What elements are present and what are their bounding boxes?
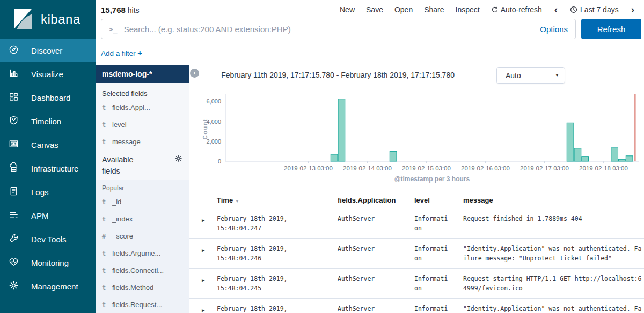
histogram-chart[interactable]: 02,0004,0006,0002019-02-13 03:002019-02-…	[189, 85, 644, 190]
time-range-label: Last 7 days	[580, 5, 619, 14]
field-type-icon: t	[102, 215, 109, 223]
expand-caret-icon[interactable]: ▶	[202, 304, 213, 313]
chevron-right-icon[interactable]: ›	[630, 6, 635, 13]
nav-item-label: Logs	[31, 188, 49, 197]
cell-level: Information	[410, 274, 450, 293]
time-range-picker[interactable]: Last 7 days	[570, 5, 619, 14]
top-bar: 15,768 hits NewSaveOpenShareInspectAuto-…	[96, 0, 644, 16]
cell-message: "Identity.Application" was not authentic…	[450, 244, 644, 263]
chevron-left-icon[interactable]: ‹	[553, 6, 559, 13]
field-name: fields.Request...	[112, 301, 162, 309]
sort-descending-icon: ▼	[235, 199, 239, 204]
nav-item-label: Visualize	[31, 70, 63, 79]
histogram-bar[interactable]: 2019-02-17T18:00:00: 500	[582, 156, 589, 161]
field-type-icon: t	[102, 284, 109, 292]
field-item-_score[interactable]: #_score	[96, 227, 189, 244]
nav-item-canvas[interactable]: Canvas	[0, 133, 96, 156]
table-body: ▶February 18th 2019, 15:48:04.247AuthSer…	[189, 208, 644, 313]
column-header-level[interactable]: level	[410, 196, 450, 204]
field-item-fieldsMethod[interactable]: tfields.Method	[96, 279, 189, 296]
histogram-bar[interactable]: 2019-02-18T09:00:00: 200	[619, 159, 626, 161]
table-header-row: Time▼fields.Applicationlevelmessage	[189, 196, 644, 208]
filter-bar: Add a filter +	[96, 41, 644, 65]
canvas-icon	[9, 139, 19, 151]
field-item-fieldsArgume[interactable]: tfields.Argume...	[96, 244, 189, 262]
add-filter-link[interactable]: Add a filter +	[101, 48, 142, 57]
column-header-message[interactable]: message	[450, 196, 644, 204]
svg-text:2019-02-14 03:00: 2019-02-14 03:00	[343, 165, 392, 172]
histogram-bar[interactable]: 2019-02-18T06:00:00: 1350	[611, 148, 618, 161]
field-type-icon: t	[102, 138, 109, 146]
svg-text:4,000: 4,000	[206, 118, 221, 125]
dropdown-caret-icon: ▼	[555, 73, 559, 78]
field-item-_id[interactable]: t_id	[96, 193, 189, 210]
right-column: 15,768 hits NewSaveOpenShareInspectAuto-…	[96, 0, 644, 313]
histogram-bar[interactable]: 2019-02-18T12:00:00: 550	[626, 156, 633, 161]
svg-text:2019-02-16 03:00: 2019-02-16 03:00	[461, 165, 510, 172]
histogram-bar[interactable]: 2019-02-13T12:00:00: 700	[331, 154, 338, 161]
field-item-fieldsConnecti[interactable]: tfields.Connecti...	[96, 262, 189, 279]
field-item-fieldsRequest[interactable]: tfields.Request...	[96, 296, 189, 313]
cell-level: Information	[410, 244, 450, 263]
nav-item-dev-tools[interactable]: Dev Tools	[0, 227, 96, 251]
menu-item-new[interactable]: New	[340, 5, 355, 14]
options-link[interactable]: Options	[540, 25, 568, 34]
search-input[interactable]	[124, 25, 534, 34]
histogram-bar[interactable]: 2019-02-17T12:00:00: 3850	[567, 123, 574, 161]
field-item-fieldsAppl[interactable]: tfields.Appl...	[96, 99, 189, 116]
nav-item-visualize[interactable]: Visualize	[0, 62, 96, 86]
nav-item-management[interactable]: Management	[0, 274, 96, 298]
nav-item-discover[interactable]: Discover	[0, 39, 96, 62]
menu-item-share[interactable]: Share	[424, 5, 444, 14]
expand-caret-icon[interactable]: ▶	[202, 244, 213, 255]
table-row: ▶February 18th 2019, 15:48:04.245AuthSer…	[189, 269, 644, 299]
query-prompt-icon: >_	[109, 25, 118, 33]
nav-item-monitoring[interactable]: Monitoring	[0, 251, 96, 274]
gear-icon[interactable]	[174, 154, 182, 177]
auto-refresh-button[interactable]: Auto-refresh	[491, 5, 542, 14]
cell-application: AuthServer	[333, 304, 410, 313]
svg-text:2019-02-13 03:00: 2019-02-13 03:00	[284, 165, 333, 172]
svg-text:2,000: 2,000	[206, 138, 221, 145]
nav-item-timelion[interactable]: Timelion	[0, 109, 96, 133]
field-name: _id	[112, 198, 121, 206]
menu-item-inspect[interactable]: Inspect	[456, 5, 480, 14]
interval-select[interactable]: Auto ▼	[496, 67, 565, 84]
discover-main: ‹ February 11th 2019, 17:17:15.780 - Feb…	[189, 65, 644, 313]
column-header-application[interactable]: fields.Application	[333, 196, 410, 204]
nav-item-label: Timelion	[31, 117, 61, 126]
kibana-logo-icon	[12, 8, 35, 31]
index-pattern-selector[interactable]: msdemo-log-*	[96, 65, 189, 83]
column-header-time[interactable]: Time▼	[213, 196, 333, 204]
kibana-logo[interactable]: kibana	[0, 0, 96, 39]
field-item-message[interactable]: tmessage	[96, 133, 189, 150]
menu-item-save[interactable]: Save	[366, 5, 383, 14]
kibana-app: kibana DiscoverVisualizeDashboardTimelio…	[0, 0, 644, 313]
nav-item-dashboard[interactable]: Dashboard	[0, 86, 96, 109]
expand-caret-icon[interactable]: ▶	[202, 274, 213, 285]
nav-item-apm[interactable]: APM	[0, 204, 96, 227]
field-item-level[interactable]: tlevel	[96, 116, 189, 133]
nav-item-logs[interactable]: Logs	[0, 180, 96, 204]
available-fields-heading-row: Available fields	[96, 150, 189, 178]
nav-item-label: APM	[31, 211, 49, 220]
field-name: _score	[112, 232, 133, 240]
menu-item-open[interactable]: Open	[394, 5, 413, 14]
nav-item-label: Discover	[31, 46, 62, 55]
expand-caret-icon[interactable]: ▶	[202, 214, 213, 225]
cell-message: Request finished in 1.7889ms 404	[450, 214, 644, 223]
field-type-icon: t	[102, 121, 109, 129]
histogram-bar[interactable]: 2019-02-17T15:00:00: 1300	[574, 148, 581, 161]
field-type-icon: t	[102, 301, 109, 309]
add-filter-label: Add a filter	[101, 49, 136, 57]
search-row: >_ Options Refresh	[96, 16, 644, 41]
histogram-bar[interactable]: 2019-02-13T15:00:00: 6250	[338, 99, 345, 161]
field-item-_index[interactable]: t_index	[96, 210, 189, 227]
nav-item-infrastructure[interactable]: Infrastructure	[0, 156, 96, 180]
available-fields-heading: Available fields	[102, 154, 145, 177]
histogram-bar[interactable]: 2019-02-14T12:00:00: 1000	[390, 151, 397, 161]
chart-header: February 11th 2019, 17:17:15.780 - Febru…	[189, 65, 644, 85]
refresh-button[interactable]: Refresh	[581, 19, 641, 39]
refresh-cycle-icon	[491, 6, 499, 13]
side-nav: kibana DiscoverVisualizeDashboardTimelio…	[0, 0, 96, 313]
